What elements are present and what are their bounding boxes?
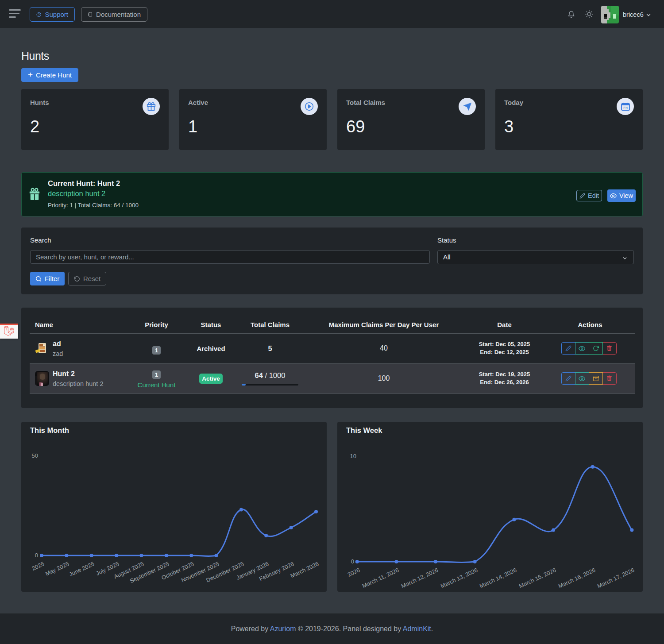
- svg-text:Fri: Fri: [623, 105, 628, 109]
- svg-text:March 2026: March 2026: [290, 560, 320, 579]
- svg-text:March 15, 2026: March 15, 2026: [518, 567, 557, 590]
- svg-text:0: 0: [351, 558, 354, 565]
- svg-text:March 11, 2026: March 11, 2026: [361, 567, 400, 589]
- svg-text:March 13, 2026: March 13, 2026: [440, 567, 479, 590]
- svg-text:2026: 2026: [347, 567, 361, 578]
- svg-text:March 12, 2026: March 12, 2026: [400, 567, 439, 590]
- svg-text:10: 10: [350, 453, 356, 459]
- svg-text:2025: 2025: [31, 560, 46, 572]
- svg-text:0: 0: [35, 552, 38, 559]
- svg-text:March 16, 2026: March 16, 2026: [557, 567, 596, 590]
- svg-text:March 17, 2026: March 17, 2026: [596, 567, 635, 590]
- svg-text:50: 50: [32, 452, 38, 459]
- svg-text:May 2025: May 2025: [44, 560, 70, 577]
- svg-text:June 2025: June 2025: [68, 560, 95, 578]
- svg-text:March 14, 2026: March 14, 2026: [479, 567, 517, 590]
